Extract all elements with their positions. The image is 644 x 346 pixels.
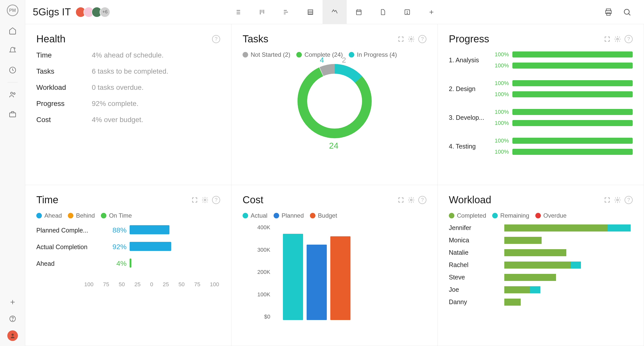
- home-icon[interactable]: [8, 26, 18, 36]
- legend-item: Remaining: [492, 212, 529, 219]
- info-icon[interactable]: ?: [625, 196, 633, 204]
- axis-tick: 0: [150, 281, 153, 288]
- progress-bar: [512, 138, 633, 144]
- progress-bar: [512, 120, 633, 126]
- tab-file[interactable]: [371, 0, 395, 24]
- tab-dashboard[interactable]: [323, 0, 347, 24]
- info-icon[interactable]: ?: [418, 35, 426, 43]
- panel-health: Health ? Time4% ahead of schedule. Tasks…: [25, 24, 231, 185]
- topbar: 5Gigs IT +6: [25, 0, 644, 24]
- time-pct: 88%: [102, 226, 130, 234]
- tab-board[interactable]: [250, 0, 274, 24]
- progress-bar: [512, 51, 633, 57]
- health-label: Progress: [36, 100, 92, 108]
- svg-point-15: [624, 9, 629, 14]
- time-label: Ahead: [36, 260, 102, 267]
- progress-item: 4. Testing100%100%: [449, 137, 633, 155]
- expand-icon[interactable]: [398, 197, 404, 203]
- workload-row: Danny: [449, 298, 633, 306]
- tab-list[interactable]: [226, 0, 250, 24]
- svg-point-7: [11, 334, 14, 336]
- app-logo[interactable]: PM: [7, 5, 18, 16]
- axis-tick: 400K: [243, 224, 270, 231]
- tab-calendar[interactable]: [347, 0, 371, 24]
- sidebar: PM: [0, 0, 25, 346]
- tab-gantt[interactable]: [274, 0, 298, 24]
- avatar-overflow[interactable]: +6: [100, 7, 110, 17]
- workload-name: Jennifer: [449, 224, 504, 232]
- gear-icon[interactable]: [408, 196, 415, 204]
- svg-point-6: [12, 320, 13, 321]
- svg-point-22: [411, 199, 412, 201]
- progress-pct: 100%: [494, 120, 509, 126]
- tab-sheet[interactable]: [298, 0, 323, 24]
- gear-icon[interactable]: [408, 36, 415, 43]
- gear-icon[interactable]: [614, 196, 621, 204]
- time-pct: 92%: [102, 243, 130, 251]
- member-avatars[interactable]: +6: [78, 7, 110, 17]
- expand-icon[interactable]: [191, 197, 198, 203]
- workload-row: Joe: [449, 286, 633, 293]
- expand-icon[interactable]: [604, 36, 610, 42]
- legend-label: Behind: [76, 212, 95, 219]
- progress-name: 4. Testing: [449, 143, 489, 150]
- panel-tasks: Tasks ? Not Started (2) Complete (24) In…: [231, 24, 438, 185]
- progress-bar: [512, 109, 633, 115]
- team-icon[interactable]: [8, 90, 18, 100]
- tab-alert[interactable]: [395, 0, 419, 24]
- expand-icon[interactable]: [604, 197, 610, 203]
- search-icon[interactable]: [623, 8, 631, 16]
- info-icon[interactable]: ?: [418, 196, 426, 204]
- legend-item: Budget: [310, 212, 337, 219]
- help-icon[interactable]: [8, 314, 18, 324]
- legend-label: Actual: [251, 212, 268, 219]
- progress-name: 3. Develop...: [449, 114, 489, 121]
- axis-tick: 100: [210, 281, 219, 288]
- workload-segment: [530, 286, 540, 293]
- bell-icon[interactable]: [8, 45, 18, 55]
- svg-rect-14: [607, 13, 610, 15]
- panel-title: Time: [36, 194, 58, 206]
- plus-icon[interactable]: [8, 297, 18, 307]
- gear-icon[interactable]: [201, 196, 209, 204]
- progress-pct: 100%: [494, 91, 509, 98]
- progress-pct: 100%: [494, 62, 509, 69]
- legend-item: Ahead: [36, 212, 62, 219]
- time-bar: [130, 258, 131, 268]
- progress-bar: [512, 63, 633, 69]
- legend-label: Not Started (2): [251, 51, 290, 58]
- progress-name: 1. Analysis: [449, 56, 489, 64]
- panel-title: Health: [36, 33, 66, 45]
- user-avatar[interactable]: [7, 330, 18, 341]
- gear-icon[interactable]: [614, 36, 621, 43]
- time-pct: 4%: [102, 260, 130, 268]
- tab-add[interactable]: [419, 0, 444, 24]
- svg-rect-9: [357, 10, 361, 15]
- info-icon[interactable]: ?: [625, 35, 633, 43]
- legend-item: Completed: [449, 212, 486, 219]
- info-icon[interactable]: ?: [212, 196, 220, 204]
- workload-row: Monica: [449, 237, 633, 244]
- cost-chart: $0100K200K300K400K: [243, 224, 426, 323]
- progress-pct: 100%: [494, 137, 509, 144]
- clock-icon[interactable]: [8, 65, 18, 75]
- progress-item: 2. Design100%100%: [449, 80, 633, 98]
- workload-segment: [504, 299, 521, 306]
- expand-icon[interactable]: [398, 36, 404, 42]
- panel-title: Progress: [449, 33, 489, 45]
- project-title: 5Gigs IT: [33, 6, 71, 18]
- workload-segment: [504, 274, 556, 281]
- workload-name: Joe: [449, 286, 504, 293]
- axis-tick: 25: [134, 281, 140, 288]
- axis-tick: $0: [243, 313, 270, 320]
- axis-tick: 100K: [243, 291, 270, 298]
- print-icon[interactable]: [604, 8, 613, 16]
- panel-title: Cost: [243, 194, 263, 206]
- info-icon[interactable]: ?: [212, 35, 220, 43]
- briefcase-icon[interactable]: [8, 109, 18, 119]
- legend-label: Remaining: [500, 212, 529, 219]
- progress-pct: 100%: [494, 149, 509, 155]
- svg-point-11: [407, 13, 407, 13]
- panel-cost: Cost ? Actual Planned Budget $0100K200K3…: [231, 185, 438, 346]
- progress-pct: 100%: [494, 80, 509, 86]
